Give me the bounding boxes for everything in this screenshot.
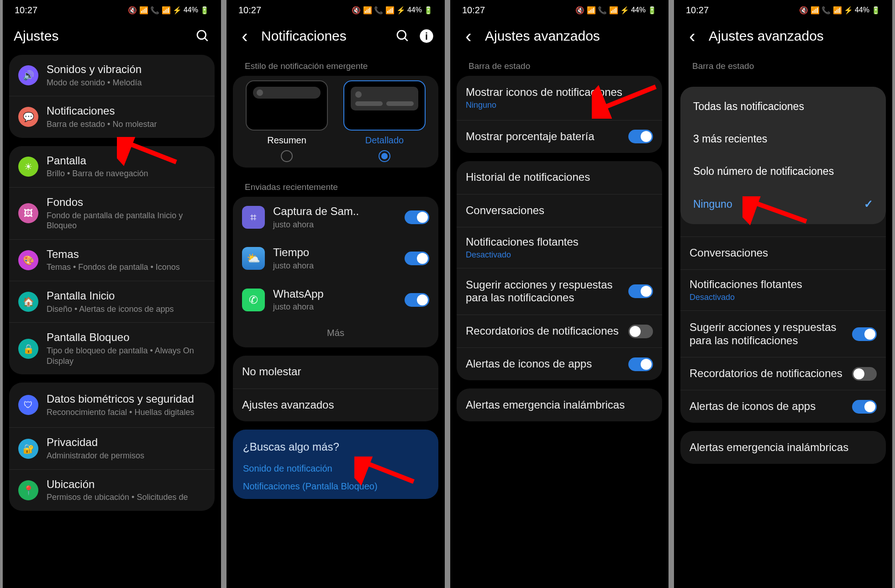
statusbar: 10:27 🔇 📶 📞 📶 ⚡44%🔋 <box>226 0 445 19</box>
wallpaper-icon: 🖼 <box>18 203 38 223</box>
header: Ajustes avanzados <box>674 19 892 55</box>
check-icon <box>864 198 873 210</box>
item-wireless-alerts[interactable]: Alertas emergencia inalámbricas <box>457 388 662 421</box>
page-title: Notificaciones <box>261 28 386 44</box>
location-icon: 📍 <box>18 480 38 500</box>
status-icons: 🔇 📶 📞 📶 ⚡44%🔋 <box>575 6 657 15</box>
app-row-capture[interactable]: ⌗Captura de Sam..justo ahora <box>233 197 438 238</box>
toggle[interactable] <box>405 252 429 265</box>
item-reminders[interactable]: Recordatorios de notificaciones <box>680 357 886 390</box>
status-icons: 🔇 📶 📞 📶 ⚡44%🔋 <box>799 6 880 15</box>
item-suggest[interactable]: Sugerir acciones y respuestas para las n… <box>457 268 662 315</box>
toggle[interactable] <box>405 293 429 307</box>
display-icon: ☀ <box>18 157 38 177</box>
item-show-icons[interactable]: Mostrar iconos de notificacionesNinguno <box>457 76 662 120</box>
more-button[interactable]: Más <box>233 320 438 347</box>
item-advanced[interactable]: Ajustes avanzados <box>233 388 438 421</box>
item-location[interactable]: 📍UbicaciónPermisos de ubicación • Solici… <box>9 469 215 511</box>
item-sounds[interactable]: 🔊 Sonidos y vibraciónModo de sonido • Me… <box>9 55 215 96</box>
radio-summary[interactable] <box>281 150 293 162</box>
back-button[interactable] <box>237 29 252 43</box>
item-dnd[interactable]: No molestar <box>233 356 438 388</box>
item-conversations[interactable]: Conversaciones <box>680 236 886 269</box>
toggle[interactable] <box>628 325 653 338</box>
themes-icon: 🎨 <box>18 250 38 270</box>
statusbar: 10:27 🔇 📶 📞 📶 ⚡44%🔋 <box>450 0 669 19</box>
toggle[interactable] <box>628 284 653 298</box>
notifications-icon: 💬 <box>18 107 38 127</box>
info-icon[interactable]: i <box>419 29 434 43</box>
statusbar: 10:27 🔇 📶 📞 📶 ⚡44%🔋 <box>674 0 892 19</box>
status-icons: 🔇 📶 📞 📶 ⚡44%🔋 <box>128 6 209 15</box>
item-floating[interactable]: Notificaciones flotantesDesactivado <box>457 227 662 268</box>
section-statusbar: Barra de estado <box>680 55 886 76</box>
toggle[interactable] <box>852 367 877 381</box>
section-recent: Enviadas recientemente <box>233 176 438 197</box>
home-icon: 🏠 <box>18 292 38 312</box>
item-privacy[interactable]: 🔐PrivacidadAdministrador de permisos <box>9 427 215 469</box>
popup-option-3recent[interactable]: 3 más recientes <box>680 123 886 155</box>
item-icon-badges[interactable]: Alertas de iconos de apps <box>680 390 886 423</box>
style-option-summary[interactable]: Resumen <box>242 80 332 162</box>
screen-notifications: 10:27 🔇 📶 📞 📶 ⚡44%🔋 Notificaciones i Est… <box>226 0 445 588</box>
header: Ajustes avanzados <box>450 19 669 55</box>
svg-point-3 <box>397 31 406 39</box>
item-suggest[interactable]: Sugerir acciones y respuestas para las n… <box>680 310 886 357</box>
item-reminders[interactable]: Recordatorios de notificaciones <box>457 315 662 347</box>
page-title: Ajustes avanzados <box>485 28 658 44</box>
item-conversations[interactable]: Conversaciones <box>457 194 662 227</box>
item-history[interactable]: Historial de notificaciones <box>457 161 662 194</box>
item-wallpapers[interactable]: 🖼FondosFondo de pantalla de pantalla Ini… <box>9 187 215 239</box>
item-notifications[interactable]: 💬 NotificacionesBarra de estado • No mol… <box>9 96 215 137</box>
popup-option-all[interactable]: Todas las notificaciones <box>680 90 886 123</box>
icon-style-popup: Todas las notificaciones 3 más recientes… <box>680 87 886 224</box>
item-lockscreen[interactable]: 🔒Pantalla BloqueoTipo de bloqueo de pant… <box>9 322 215 374</box>
item-home[interactable]: 🏠Pantalla InicioDiseño • Alertas de icon… <box>9 281 215 322</box>
settings-list: 🔊 Sonidos y vibraciónModo de sonido • Me… <box>3 55 221 588</box>
svg-line-4 <box>405 38 408 41</box>
section-popup-style: Estilo de notificación emergente <box>233 55 438 76</box>
svg-line-1 <box>205 38 208 41</box>
lock-icon: 🔒 <box>18 339 38 359</box>
toggle[interactable] <box>405 210 429 224</box>
popup-option-count[interactable]: Solo número de notificaciones <box>680 155 886 188</box>
item-battery-pct[interactable]: Mostrar porcentaje batería <box>457 120 662 153</box>
app-row-weather[interactable]: ⛅Tiempojusto ahora <box>233 238 438 279</box>
section-statusbar: Barra de estado <box>457 55 662 76</box>
help-link-lockscreen[interactable]: Notificaciones (Pantalla Bloqueo) <box>243 478 428 495</box>
svg-point-0 <box>197 31 206 39</box>
header: Notificaciones i <box>226 19 445 55</box>
item-floating[interactable]: Notificaciones flotantesDesactivado <box>680 269 886 310</box>
help-card: ¿Buscas algo más? Sonido de notificación… <box>233 430 438 499</box>
toggle[interactable] <box>628 130 653 143</box>
status-icons: 🔇 📶 📞 📶 ⚡44%🔋 <box>352 6 433 15</box>
toggle[interactable] <box>628 357 653 371</box>
item-biometrics[interactable]: 🛡Datos biométricos y seguridadReconocimi… <box>9 383 215 427</box>
time: 10:27 <box>238 5 261 16</box>
shield-icon: 🛡 <box>18 395 38 415</box>
time: 10:27 <box>15 5 37 16</box>
svg-text:i: i <box>425 31 428 42</box>
sound-icon: 🔊 <box>18 65 38 85</box>
search-icon[interactable] <box>395 29 410 43</box>
time: 10:27 <box>686 5 709 16</box>
item-display[interactable]: ☀PantallaBrillo • Barra de navegación <box>9 146 215 187</box>
screen-settings: 10:27 🔇 📶 📞 📶 ⚡44%🔋 Ajustes 🔊 Sonidos y … <box>3 0 221 588</box>
popup-option-none[interactable]: Ninguno <box>680 188 886 220</box>
search-icon[interactable] <box>195 29 210 43</box>
app-icon: ⌗ <box>242 206 265 229</box>
style-option-detailed[interactable]: Detallado <box>340 80 429 162</box>
item-themes[interactable]: 🎨TemasTemas • Fondos de pantalla • Icono… <box>9 239 215 281</box>
app-row-whatsapp[interactable]: ✆WhatsAppjusto ahora <box>233 279 438 320</box>
page-title: Ajustes <box>14 28 186 44</box>
toggle[interactable] <box>852 327 877 341</box>
back-button[interactable] <box>461 29 476 43</box>
toggle[interactable] <box>852 400 877 414</box>
help-link-sound[interactable]: Sonido de notificación <box>243 460 428 478</box>
item-wireless-alerts[interactable]: Alertas emergencia inalámbricas <box>680 431 886 464</box>
statusbar: 10:27 🔇 📶 📞 📶 ⚡44%🔋 <box>3 0 221 19</box>
back-button[interactable] <box>685 29 700 43</box>
radio-detailed[interactable] <box>379 150 390 162</box>
item-icon-badges[interactable]: Alertas de iconos de apps <box>457 347 662 380</box>
app-icon: ✆ <box>242 289 265 311</box>
